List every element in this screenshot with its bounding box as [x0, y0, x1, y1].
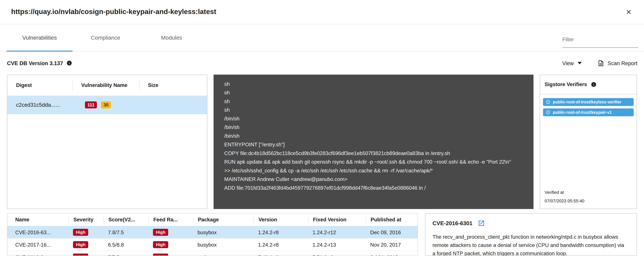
severity-badge: High	[73, 241, 88, 248]
history-line: sh	[224, 80, 513, 88]
history-line: COPY file:dc4b18d562bc118ce5cd9b3fe0283c…	[224, 149, 513, 158]
close-icon[interactable]	[624, 8, 633, 16]
digest-header-cell: Digest	[8, 80, 72, 91]
history-line: sh	[224, 106, 513, 114]
version-cell: 1.24.2-r8	[254, 242, 308, 248]
package-cell: busybox	[193, 230, 254, 235]
feed-rating-cell: High	[148, 241, 193, 248]
score-cell: 5/7.5	[104, 254, 148, 256]
feed-rating-cell: High	[148, 229, 193, 236]
scan-report-label: Scan Report	[608, 60, 638, 66]
cve-detail-panel: CVE-2016-6301 The recv_and_process_clien…	[425, 213, 637, 256]
table-row[interactable]: CVE-2017-16... High 6.5/8.8 High busybox…	[8, 238, 418, 251]
feed-rating-badge: High	[153, 254, 168, 256]
cve-title: CVE-2016-6301	[432, 220, 472, 226]
history-line: MAINTAINER Andrew Cutler <andrew@panubo.…	[224, 175, 513, 184]
verified-at-value: 07/07/2023 05:55:40	[545, 198, 632, 203]
table-row[interactable]: CVE-2016-63... High 7.8/7.5 High busybox…	[8, 226, 418, 238]
verifier-badge-keypair[interactable]: public-root-of-trust/keypair-v1	[543, 108, 634, 116]
history-line: RUN apk update && apk add bash git opens…	[224, 158, 513, 175]
feed-rating-badge: High	[153, 229, 168, 236]
history-line: sh	[224, 97, 513, 106]
verified-at-label: Verified at	[545, 190, 632, 195]
sigstore-title: Sigstore Verifiers	[545, 82, 587, 88]
external-link-icon[interactable]	[478, 220, 485, 227]
fixed-version-cell: 1.24.2-r12	[308, 230, 366, 235]
published-at-header-cell: Published at	[366, 216, 418, 223]
medium-count-badge: 30	[101, 102, 111, 108]
version-cell: 7.49.1-r0	[254, 254, 308, 256]
info-icon[interactable]	[66, 60, 72, 66]
vulnerability-table-header: Name Severity Score(V2... Feed Ra... Pac…	[8, 214, 418, 226]
history-line: /bin/sh	[224, 123, 513, 132]
severity-header-cell: Severity	[68, 216, 104, 223]
chevron-down-icon	[578, 62, 582, 64]
package-cell: busybox	[193, 242, 254, 248]
history-line: /bin/sh	[224, 115, 513, 123]
score-cell: 7.8/7.5	[104, 230, 148, 235]
severity-cell: High	[68, 229, 104, 236]
cve-description: The recv_and_process_client_pkt function…	[432, 233, 626, 256]
tab-compliance[interactable]: Compliance	[72, 24, 138, 51]
cve-db-version: CVE DB Version 3.137	[7, 60, 72, 66]
view-dropdown-label: View	[562, 60, 574, 66]
scale-wrapper: https://quay.io/nvlab/cosign-public-keyp…	[0, 0, 644, 256]
main-content: Digest Vulnerability Name Size c2ced31c5…	[0, 74, 644, 209]
verifier-label: public-root-of-trust/keyless-verifier	[553, 100, 622, 104]
info-icon[interactable]	[591, 82, 596, 88]
severity-cell: High	[68, 254, 104, 256]
verifier-badge-keyless[interactable]: public-root-of-trust/keyless-verifier	[543, 98, 634, 106]
view-dropdown[interactable]: View	[562, 60, 582, 66]
severity-badge: High	[73, 229, 88, 236]
page-title: https://quay.io/nvlab/cosign-public-keyp…	[11, 8, 216, 16]
history-line: ENTRYPOINT ["/entry.sh"]	[224, 140, 513, 149]
toolbar: CVE DB Version 3.137 View Scan Report	[0, 52, 644, 74]
tab-vulnerabilities[interactable]: Vulnerabilities	[6, 24, 72, 51]
cve-name-cell: CVE-2016-63...	[8, 230, 68, 235]
history-line: /bin/sh	[224, 132, 513, 140]
image-security-dialog: https://quay.io/nvlab/cosign-public-keyp…	[0, 0, 644, 256]
cve-name-cell: CVE-2017-16...	[8, 242, 68, 248]
check-circle-icon	[546, 100, 550, 104]
published-at-cell: Jul 31, 2018	[366, 254, 418, 256]
history-line: ADD file:701fd33a2f463fd4bd459779276897e…	[224, 184, 513, 192]
fixed-version-cell: 1.24.2-r13	[308, 242, 366, 248]
package-cell: curl	[193, 254, 254, 256]
vulnerability-count-badges: 111 30	[72, 102, 140, 108]
filter-input[interactable]: Filter	[562, 36, 638, 48]
digest-table-header: Digest Vulnerability Name Size	[8, 75, 207, 96]
version-header-cell: Version	[254, 216, 308, 223]
feed-rating-badge: High	[153, 241, 168, 248]
name-header-cell: Name	[8, 216, 68, 223]
tab-modules[interactable]: Modules	[138, 24, 204, 51]
verifier-label: public-root-of-trust/keypair-v1	[553, 110, 612, 114]
fixed-version-header-cell: Fixed Version	[308, 216, 366, 223]
cve-db-version-label: CVE DB Version 3.137	[7, 60, 63, 66]
dialog-header: https://quay.io/nvlab/cosign-public-keyp…	[0, 0, 644, 24]
verifier-list: public-root-of-trust/keyless-verifier pu…	[540, 94, 636, 120]
verified-at: Verified at 07/07/2023 05:55:40	[540, 190, 636, 209]
toolbar-right: View Scan Report	[562, 60, 637, 66]
score-header-cell: Score(V2...	[104, 216, 148, 223]
high-count-badge: 111	[85, 102, 97, 108]
filter-label: Filter	[562, 36, 574, 42]
feed-rating-cell: High	[148, 254, 193, 256]
table-row[interactable]: CVE-2016-8... High 5/7.5 High curl 7.49.…	[8, 251, 418, 256]
size-header-cell: Size	[140, 80, 207, 91]
feed-rating-header-cell: Feed Ra...	[148, 216, 193, 223]
digest-row[interactable]: c2ced31c5dda...... 111 30	[8, 96, 207, 114]
digest-table: Digest Vulnerability Name Size c2ced31c5…	[7, 74, 207, 209]
scan-report-button[interactable]: Scan Report	[597, 60, 638, 66]
vulnerability-name-header-cell: Vulnerability Name	[72, 80, 140, 91]
image-history-panel: sh sh sh sh /bin/sh /bin/sh /bin/sh ENTR…	[214, 74, 534, 209]
check-circle-icon	[546, 110, 550, 114]
tab-bar: Vulnerabilities Compliance Modules Filte…	[0, 24, 644, 52]
fixed-version-cell: 7.51.0-r0	[308, 254, 366, 256]
score-cell: 6.5/8.8	[104, 242, 148, 248]
published-at-cell: Dec 09, 2016	[366, 230, 418, 235]
sigstore-panel: Sigstore Verifiers public-root-of-trust/…	[540, 74, 637, 209]
severity-badge: High	[73, 254, 88, 256]
package-header-cell: Package	[193, 216, 254, 223]
digest-value: c2ced31c5dda......	[8, 102, 72, 108]
cve-title-row: CVE-2016-6301	[432, 220, 630, 227]
